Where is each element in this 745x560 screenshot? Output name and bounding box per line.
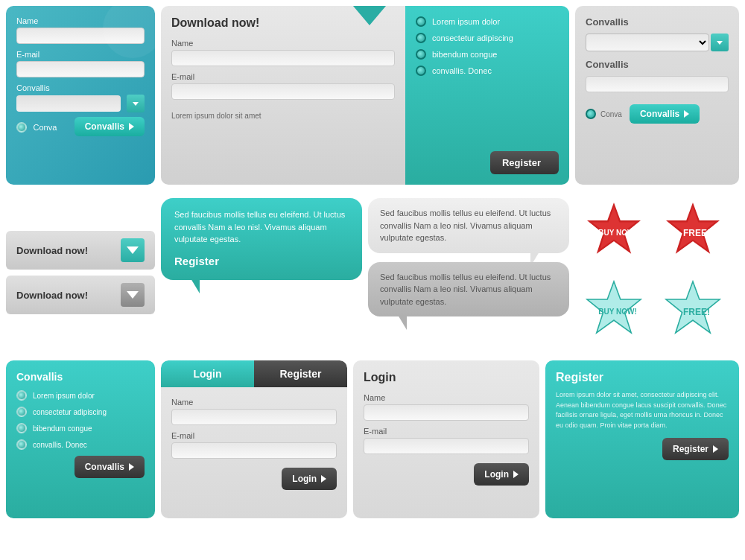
email-input-login[interactable] [364, 438, 529, 454]
name-label: Name [16, 16, 145, 25]
convallis-label-1: Convallis [586, 16, 729, 28]
top-right-form: Convallis Convallis Conva Convallis [575, 6, 739, 185]
login-panel-standalone: Login Name E-mail Login [353, 360, 539, 518]
list-item-2: consectetur adipiscing [16, 407, 145, 417]
badge-free-teal[interactable]: FREE! [663, 279, 730, 346]
gray-bubble-1: Sed faucibus mollis tellus eu eleifend. … [368, 198, 569, 253]
gray-bubble-2: Sed faucibus mollis tellus eu eleifend. … [368, 262, 569, 317]
teal-bubble: Sed faucibus mollis tellus eu eleifend. … [161, 198, 362, 280]
bottom-left-panel: Convallis Lorem ipsum dolor consectetur … [6, 360, 155, 518]
bottom-right-panel: Register Lorem ipsum dolor sit amet, con… [545, 360, 739, 518]
convallis-input-field[interactable] [586, 76, 729, 92]
top-center-form: Download now! Name E-mail Lorem ipsum do… [161, 6, 569, 185]
login-tab[interactable]: Login [161, 360, 254, 387]
email-input-tabs[interactable] [171, 442, 337, 459]
middle-left-panel: Download now! Download now! [6, 191, 155, 354]
lorem-bottom: Lorem ipsum dolor sit amet [171, 112, 395, 120]
list-item-4: convallis. Donec [16, 439, 145, 450]
email-input-2[interactable] [171, 83, 395, 100]
download-right-panel: Lorem ipsum dolor consectetur adipiscing… [405, 6, 569, 185]
badge-free-red[interactable]: FREE! [663, 200, 730, 267]
conva-label-right: Conva [600, 110, 622, 118]
register-description: Lorem ipsum dolor sit amet, consectetur … [556, 390, 729, 430]
radio-item-2: consectetur adipiscing [416, 33, 559, 43]
convallis-select-arrow-1[interactable] [711, 34, 729, 51]
register-title: Register [556, 371, 729, 384]
name-label-tabs: Name [171, 398, 337, 407]
login-panel-title: Login [364, 371, 529, 384]
convallis-dropdown-btn[interactable] [127, 95, 145, 112]
email-label-login: E-mail [364, 427, 529, 436]
name-label-2: Name [171, 39, 395, 48]
download-left-panel: Download now! Name E-mail Lorem ipsum do… [161, 6, 405, 185]
badge-buy-now-teal[interactable]: BUY NOW! [584, 279, 651, 346]
email-input[interactable] [16, 61, 145, 77]
email-label: E-mail [16, 50, 145, 59]
middle-center-panel: Sed faucibus mollis tellus eu eleifend. … [161, 191, 569, 354]
conva-label: Conva [16, 120, 57, 133]
register-tab[interactable]: Register [254, 360, 347, 387]
email-label-tabs: E-mail [171, 431, 337, 440]
name-input-login[interactable] [364, 404, 529, 421]
login-btn-tabs[interactable]: Login [282, 468, 337, 490]
name-input[interactable] [16, 28, 145, 44]
convallis-label: Convallis [16, 83, 145, 92]
register-btn-main[interactable]: Register [490, 151, 559, 174]
login-register-tabs: Login Register Name E-mail Login [161, 360, 347, 518]
email-label-2: E-mail [171, 72, 395, 81]
login-btn-standalone[interactable]: Login [474, 463, 529, 486]
convallis-bottom-btn[interactable]: Convallis [74, 456, 145, 478]
convallis-label-2: Convallis [586, 59, 729, 70]
list-item-3: bibendum congue [16, 423, 145, 433]
top-left-form: Name E-mail Convallis Conva Convallis [6, 6, 155, 185]
name-label-login: Name [364, 393, 529, 402]
list-item-1: Lorem ipsum dolor [16, 390, 145, 401]
radio-item-3: bibendum congue [416, 49, 559, 60]
convallis-submit-btn[interactable]: Convallis [74, 117, 145, 136]
badges-panel: BUY NOW! FREE! BUY NOW! [575, 191, 739, 354]
radio-item-1: Lorem ipsum dolor [416, 16, 559, 27]
name-input-tabs[interactable] [171, 409, 337, 425]
download-btn-1[interactable]: Download now! [6, 231, 155, 270]
register-btn-bottom[interactable]: Register [662, 438, 729, 460]
download-btn-2[interactable]: Download now! [6, 276, 155, 314]
name-input-2[interactable] [171, 50, 395, 66]
radio-item-4: convallis. Donec [416, 66, 559, 76]
bottom-left-title: Convallis [16, 371, 145, 383]
convallis-btn-right[interactable]: Convallis [630, 104, 700, 124]
convallis-select-1[interactable] [586, 34, 709, 51]
badge-buy-now-red[interactable]: BUY NOW! [584, 200, 651, 267]
